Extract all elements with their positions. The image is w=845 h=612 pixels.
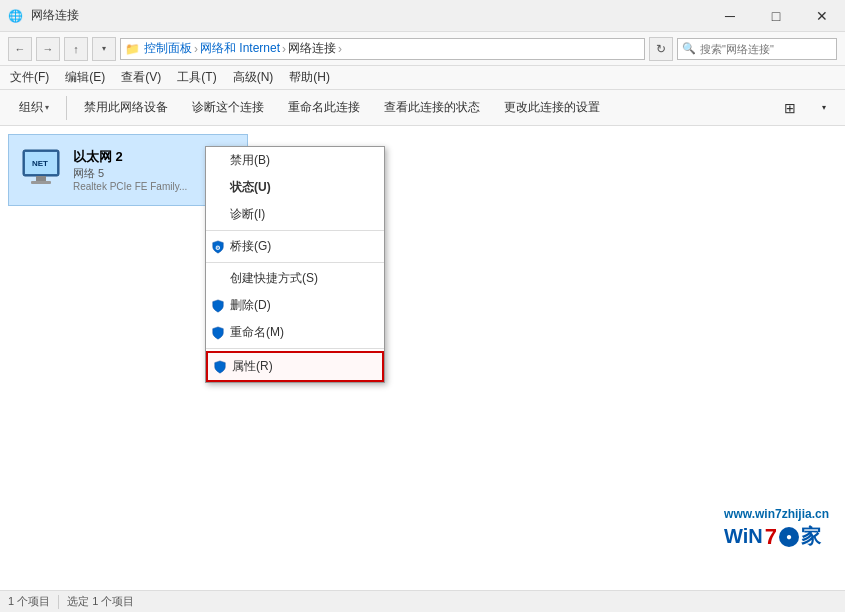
address-bar: ← → ↑ ▾ 📁 控制面板 › 网络和 Internet › 网络连接 › ↻… [0, 32, 845, 66]
svg-text:NET: NET [32, 159, 48, 168]
menu-advanced[interactable]: 高级(N) [227, 67, 280, 88]
folder-icon: 📁 [125, 42, 140, 56]
breadcrumb-network-internet[interactable]: 网络和 Internet [200, 40, 280, 57]
shield-icon-properties [212, 359, 228, 375]
status-total: 1 个项目 [8, 594, 50, 609]
ctx-diagnose-label: 诊断(I) [230, 206, 265, 223]
ctx-properties-label: 属性(R) [232, 358, 273, 375]
toolbar-right: ⊞ ▾ [773, 95, 837, 121]
change-settings-button[interactable]: 更改此连接的设置 [493, 94, 611, 121]
menu-help[interactable]: 帮助(H) [283, 67, 336, 88]
status-separator [58, 595, 59, 609]
status-selected: 选定 1 个项目 [67, 594, 134, 609]
menu-bar: 文件(F) 编辑(E) 查看(V) 工具(T) 高级(N) 帮助(H) [0, 66, 845, 90]
ctx-properties[interactable]: 属性(R) [206, 351, 384, 382]
status-bar: 1 个项目 选定 1 个项目 [0, 590, 845, 612]
menu-tools[interactable]: 工具(T) [171, 67, 222, 88]
menu-file[interactable]: 文件(F) [4, 67, 55, 88]
rename-button[interactable]: 重命名此连接 [277, 94, 371, 121]
view-status-button[interactable]: 查看此连接的状态 [373, 94, 491, 121]
ctx-bridge[interactable]: ⚙ 桥接(G) [206, 233, 384, 260]
recent-button[interactable]: ▾ [92, 37, 116, 61]
ctx-sep-3 [206, 348, 384, 349]
up-button[interactable]: ↑ [64, 37, 88, 61]
ctx-disable[interactable]: 禁用(B) [206, 147, 384, 174]
watermark-circle: ● [779, 527, 799, 547]
back-button[interactable]: ← [8, 37, 32, 61]
watermark-win-text: WiN [724, 525, 763, 548]
close-button[interactable]: ✕ [799, 0, 845, 32]
search-icon: 🔍 [682, 42, 696, 55]
context-menu: 禁用(B) 状态(U) 诊断(I) ⚙ 桥接(G) 创建快捷方式(S) [205, 146, 385, 383]
disable-network-button[interactable]: 禁用此网络设备 [73, 94, 179, 121]
shield-icon-bridge: ⚙ [210, 239, 226, 255]
breadcrumb-control-panel[interactable]: 控制面板 [144, 40, 192, 57]
menu-view[interactable]: 查看(V) [115, 67, 167, 88]
ctx-shortcut-label: 创建快捷方式(S) [230, 270, 318, 287]
watermark-url: www.win7zhijia.cn [724, 507, 829, 521]
breadcrumb-network-connections: 网络连接 [288, 40, 336, 57]
svg-rect-3 [31, 181, 51, 184]
adapter-icon: NET [17, 146, 65, 194]
search-box[interactable]: 🔍 [677, 38, 837, 60]
ctx-sep-1 [206, 230, 384, 231]
shield-icon-delete [210, 298, 226, 314]
watermark-logo: WiN 7 ● 家 [724, 523, 829, 550]
ctx-delete[interactable]: 删除(D) [206, 292, 384, 319]
main-content: NET 以太网 2 网络 5 Realtek PCIe FE Family...… [0, 126, 845, 590]
title-bar: 🌐 网络连接 ─ □ ✕ [0, 0, 845, 32]
search-area: ↻ [649, 37, 673, 61]
watermark-jia-text: 家 [801, 523, 821, 550]
menu-edit[interactable]: 编辑(E) [59, 67, 111, 88]
title-bar-controls: ─ □ ✕ [707, 0, 845, 32]
ctx-rename-label: 重命名(M) [230, 324, 284, 341]
minimize-button[interactable]: ─ [707, 0, 753, 32]
toolbar-separator-1 [66, 96, 67, 120]
organize-button[interactable]: 组织 ▾ [8, 94, 60, 121]
ctx-status[interactable]: 状态(U) [206, 174, 384, 201]
title-bar-text: 网络连接 [31, 7, 79, 24]
toolbar: 组织 ▾ 禁用此网络设备 诊断这个连接 重命名此连接 查看此连接的状态 更改此连… [0, 90, 845, 126]
ctx-bridge-label: 桥接(G) [230, 238, 271, 255]
ctx-rename[interactable]: 重命名(M) [206, 319, 384, 346]
view-toggle-button[interactable]: ⊞ [773, 95, 807, 121]
svg-rect-2 [36, 176, 46, 181]
shield-icon-rename [210, 325, 226, 341]
breadcrumb-bar[interactable]: 📁 控制面板 › 网络和 Internet › 网络连接 › [120, 38, 645, 60]
ctx-status-label: 状态(U) [230, 179, 271, 196]
ctx-delete-label: 删除(D) [230, 297, 271, 314]
organize-arrow-icon: ▾ [45, 103, 49, 112]
title-bar-icon: 🌐 [8, 9, 23, 23]
forward-button[interactable]: → [36, 37, 60, 61]
organize-label: 组织 [19, 99, 43, 116]
maximize-button[interactable]: □ [753, 0, 799, 32]
watermark: www.win7zhijia.cn WiN 7 ● 家 [724, 507, 829, 550]
ctx-shortcut[interactable]: 创建快捷方式(S) [206, 265, 384, 292]
search-input[interactable] [700, 43, 838, 55]
refresh-button[interactable]: ↻ [649, 37, 673, 61]
ctx-disable-label: 禁用(B) [230, 152, 270, 169]
watermark-num-text: 7 [765, 524, 777, 550]
ctx-diagnose[interactable]: 诊断(I) [206, 201, 384, 228]
ctx-sep-2 [206, 262, 384, 263]
view-more-button[interactable]: ▾ [811, 98, 837, 117]
diagnose-button[interactable]: 诊断这个连接 [181, 94, 275, 121]
